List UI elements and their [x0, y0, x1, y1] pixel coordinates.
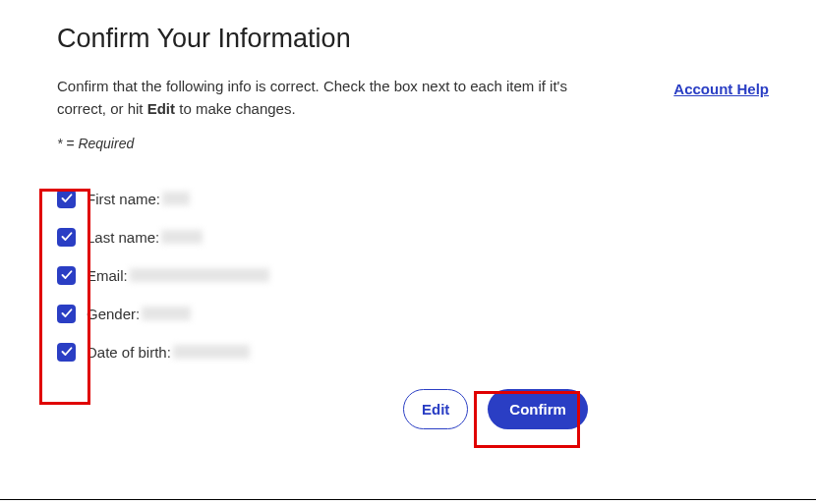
- field-label: Email:: [87, 267, 128, 284]
- checkbox-first-name[interactable]: [57, 190, 76, 208]
- check-icon: [61, 269, 73, 281]
- field-row-gender: Gender:: [57, 304, 759, 323]
- edit-button[interactable]: Edit: [403, 389, 468, 429]
- checkbox-last-name[interactable]: [57, 228, 76, 247]
- check-icon: [61, 308, 73, 319]
- fields-list: First name: Last name: Email: Gender: Da…: [57, 189, 759, 362]
- check-icon: [61, 346, 73, 358]
- checkbox-email[interactable]: [57, 266, 76, 285]
- field-label: Date of birth:: [87, 344, 171, 361]
- field-row-first-name: First name:: [57, 189, 759, 208]
- check-icon: [61, 231, 73, 243]
- redacted-value: [162, 192, 190, 205]
- confirm-button[interactable]: Confirm: [488, 389, 588, 429]
- instruction-post: to make changes.: [175, 100, 296, 117]
- button-row: Edit Confirm: [403, 389, 759, 429]
- redacted-value: [130, 268, 269, 282]
- instruction-text: Confirm that the following info is corre…: [57, 76, 588, 120]
- field-label: Last name:: [87, 229, 159, 246]
- account-help-link[interactable]: Account Help: [673, 81, 769, 97]
- page-title: Confirm Your Information: [57, 24, 759, 54]
- redacted-value: [173, 345, 250, 359]
- field-row-email: Email:: [57, 265, 759, 285]
- field-row-last-name: Last name:: [57, 227, 759, 247]
- instruction-bold: Edit: [147, 100, 175, 117]
- redacted-value: [142, 307, 191, 320]
- redacted-value: [161, 230, 203, 244]
- check-icon: [61, 193, 73, 204]
- checkbox-dob[interactable]: [57, 343, 76, 362]
- instruction-pre: Confirm that the following info is corre…: [57, 78, 567, 117]
- checkbox-gender[interactable]: [57, 305, 76, 323]
- required-legend: * = Required: [57, 136, 759, 151]
- field-label: First name:: [87, 191, 160, 207]
- bottom-border: [0, 499, 816, 500]
- field-label: Gender:: [87, 306, 140, 322]
- field-row-dob: Date of birth:: [57, 342, 759, 362]
